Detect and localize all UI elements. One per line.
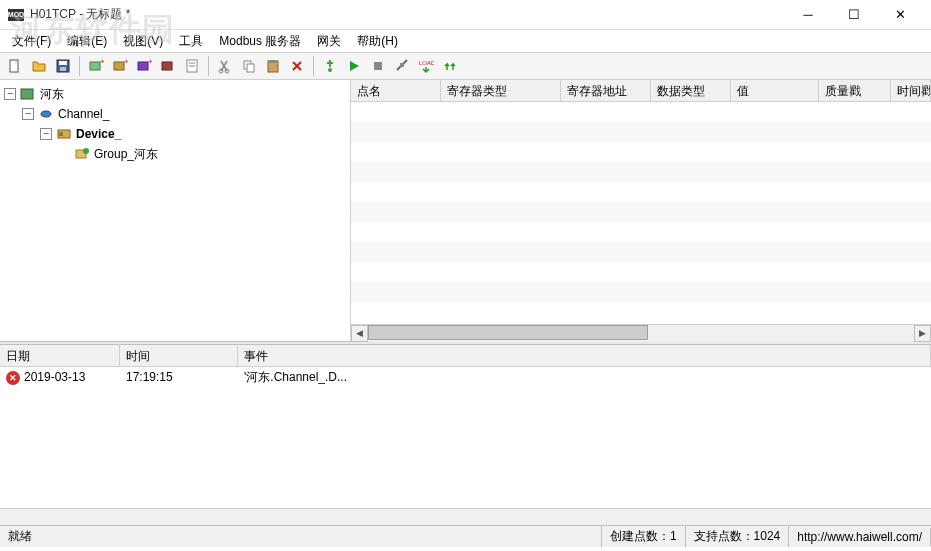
tree-device[interactable]: − Device_: [40, 124, 346, 144]
col-regaddr[interactable]: 寄存器地址: [561, 80, 651, 101]
tree-group[interactable]: Group_河东: [58, 144, 346, 164]
grid-header: 点名 寄存器类型 寄存器地址 数据类型 值 质量戳 时间戳: [351, 80, 931, 102]
svg-text:LOAD: LOAD: [419, 60, 434, 66]
svg-text:+: +: [124, 58, 128, 66]
status-created-points: 创建点数：1: [602, 526, 686, 547]
tb-copy[interactable]: [238, 55, 260, 77]
tb-load[interactable]: LOAD: [415, 55, 437, 77]
maximize-button[interactable]: ☐: [831, 0, 877, 30]
svg-rect-17: [247, 64, 254, 72]
tb-stop[interactable]: [367, 55, 389, 77]
menu-gateway[interactable]: 网关: [309, 31, 349, 52]
tb-add-channel[interactable]: +: [85, 55, 107, 77]
statusbar: 就绪 创建点数：1 支持点数：1024 http://www.haiwell.c…: [0, 525, 931, 547]
scroll-track[interactable]: [368, 325, 914, 342]
svg-rect-21: [374, 62, 382, 70]
titlebar: MOD H01TCP - 无标题 * ─ ☐ ✕: [0, 0, 931, 30]
tb-properties[interactable]: [181, 55, 203, 77]
svg-rect-3: [60, 67, 66, 71]
svg-point-20: [328, 68, 332, 72]
tb-delete[interactable]: [286, 55, 308, 77]
svg-rect-22: [400, 63, 404, 67]
close-button[interactable]: ✕: [877, 0, 923, 30]
tb-add-tag[interactable]: [157, 55, 179, 77]
expand-icon[interactable]: −: [4, 88, 16, 100]
svg-rect-24: [21, 89, 33, 99]
error-icon: ✕: [6, 371, 20, 385]
expand-icon[interactable]: −: [40, 128, 52, 140]
tree-label: 河东: [40, 86, 64, 103]
tree-label: Device_: [76, 127, 121, 141]
svg-rect-2: [59, 61, 67, 65]
menu-file[interactable]: 文件(F): [4, 31, 59, 52]
tb-add-group[interactable]: +: [133, 55, 155, 77]
expand-icon[interactable]: −: [22, 108, 34, 120]
tree-channel[interactable]: − Channel_: [22, 104, 346, 124]
svg-rect-4: [90, 62, 100, 70]
col-event[interactable]: 事件: [238, 345, 931, 366]
tb-run[interactable]: [343, 55, 365, 77]
menu-tools[interactable]: 工具: [171, 31, 211, 52]
tb-save[interactable]: [52, 55, 74, 77]
scroll-right-icon[interactable]: ▶: [914, 325, 931, 342]
tb-cut[interactable]: [214, 55, 236, 77]
log-time-cell: 17:19:15: [120, 368, 238, 386]
svg-rect-19: [270, 60, 276, 63]
log-header: 日期 时间 事件: [0, 345, 931, 367]
col-value[interactable]: 值: [731, 80, 819, 101]
tb-add-device[interactable]: +: [109, 55, 131, 77]
svg-rect-6: [114, 62, 124, 70]
status-url: http://www.haiwell.com/: [789, 528, 931, 546]
tb-upload[interactable]: [439, 55, 461, 77]
grid-body[interactable]: [351, 102, 931, 324]
svg-rect-10: [162, 62, 172, 70]
menu-edit[interactable]: 编辑(E): [59, 31, 115, 52]
col-datatype[interactable]: 数据类型: [651, 80, 731, 101]
col-time[interactable]: 时间: [120, 345, 238, 366]
tb-pin[interactable]: [319, 55, 341, 77]
tb-paste[interactable]: [262, 55, 284, 77]
status-ready: 就绪: [0, 526, 602, 547]
scroll-left-icon[interactable]: ◀: [351, 325, 368, 342]
svg-point-30: [83, 148, 89, 154]
log-event-cell: '河东.Channel_.D...: [238, 367, 931, 388]
app-icon: MOD: [8, 9, 24, 21]
tree-label: Channel_: [58, 107, 109, 121]
device-icon: [56, 126, 72, 142]
svg-rect-8: [138, 62, 148, 70]
svg-text:+: +: [100, 58, 104, 66]
horizontal-scrollbar[interactable]: ◀ ▶: [351, 324, 931, 341]
group-icon: [74, 146, 90, 162]
menu-help[interactable]: 帮助(H): [349, 31, 406, 52]
minimize-button[interactable]: ─: [785, 0, 831, 30]
tb-settings[interactable]: [391, 55, 413, 77]
svg-point-25: [41, 111, 51, 117]
col-quality[interactable]: 质量戳: [819, 80, 891, 101]
status-supported-points: 支持点数：1024: [686, 526, 790, 547]
menu-view[interactable]: 视图(V): [115, 31, 171, 52]
tb-open[interactable]: [28, 55, 50, 77]
project-icon: [20, 86, 36, 102]
log-scrollbar[interactable]: [0, 508, 931, 525]
scroll-thumb[interactable]: [368, 325, 648, 340]
col-regtype[interactable]: 寄存器类型: [441, 80, 561, 101]
log-body[interactable]: ✕2019-03-13 17:19:15 '河东.Channel_.D...: [0, 367, 931, 508]
channel-icon: [38, 106, 54, 122]
menu-modbus-server[interactable]: Modbus 服务器: [211, 31, 309, 52]
col-name[interactable]: 点名: [351, 80, 441, 101]
log-row[interactable]: ✕2019-03-13 17:19:15 '河东.Channel_.D...: [0, 367, 931, 387]
menubar: 文件(F) 编辑(E) 视图(V) 工具 Modbus 服务器 网关 帮助(H): [0, 30, 931, 52]
log-panel: 日期 时间 事件 ✕2019-03-13 17:19:15 '河东.Channe…: [0, 345, 931, 525]
col-timestamp[interactable]: 时间戳: [891, 80, 931, 101]
window-title: H01TCP - 无标题 *: [30, 6, 785, 23]
tree-label: Group_河东: [94, 146, 158, 163]
tree-panel: − 河东 − Channel_ − Device_: [0, 80, 351, 341]
svg-text:+: +: [148, 58, 152, 66]
main-split: − 河东 − Channel_ − Device_: [0, 80, 931, 341]
tb-new[interactable]: [4, 55, 26, 77]
grid-panel: 点名 寄存器类型 寄存器地址 数据类型 值 质量戳 时间戳 ◀ ▶: [351, 80, 931, 341]
log-date-cell: ✕2019-03-13: [0, 368, 120, 387]
toolbar: + + + LOAD: [0, 52, 931, 80]
tree-root[interactable]: − 河东: [4, 84, 346, 104]
col-date[interactable]: 日期: [0, 345, 120, 366]
